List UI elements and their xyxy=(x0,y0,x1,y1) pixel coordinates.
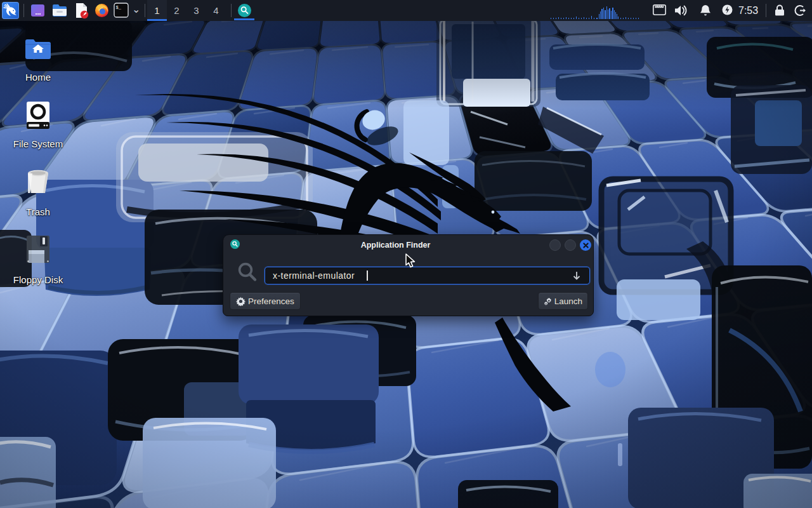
svg-text:$_: $_ xyxy=(116,5,122,10)
